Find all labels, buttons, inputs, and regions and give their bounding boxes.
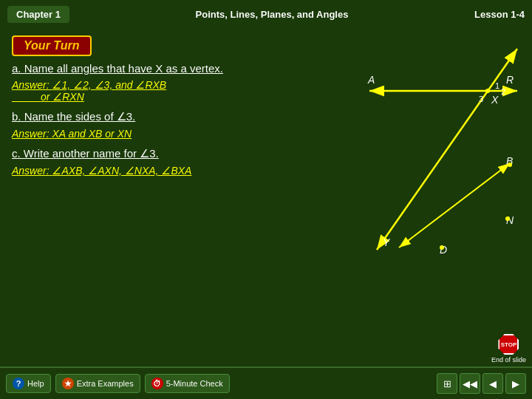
answer-b: Answer: XA and XB or XN <box>12 128 343 140</box>
label-A: A <box>367 74 375 86</box>
chapter-label: Chapter 1 <box>7 6 69 23</box>
your-turn-badge: Your Turn <box>12 35 92 56</box>
label-1: 1 <box>495 81 499 90</box>
label-3: 3 <box>479 95 483 103</box>
question-c: c. Write another name for ∠3. <box>12 147 343 160</box>
extra-label: Extra Examples <box>77 379 134 388</box>
label-2: 2 <box>501 87 505 96</box>
header-bar: Chapter 1 Points, Lines, Planes, and Ang… <box>0 0 532 28</box>
text-panel: Your Turn a. Name all angles that have X… <box>0 28 355 366</box>
nav-prev-button[interactable]: ◀ <box>482 373 503 394</box>
nav-next-button[interactable]: ▶ <box>505 373 526 394</box>
help-button[interactable]: ? Help <box>6 374 51 393</box>
five-minute-check-button[interactable]: ⏱ 5-Minute Check <box>145 374 230 393</box>
diagram-panel: A R X 1 2 3 Y B N <box>355 28 532 366</box>
label-X: X <box>491 94 499 106</box>
lesson-label: Lesson 1-4 <box>474 9 525 20</box>
svg-line-3 <box>377 49 517 250</box>
point-N <box>505 216 510 221</box>
answer-a: Answer: ∠1, ∠2, ∠3, and ∠RXB or ∠RXN <box>12 79 343 103</box>
nav-prev-prev-button[interactable]: ◀◀ <box>460 373 480 394</box>
slide-container: Chapter 1 Points, Lines, Planes, and Ang… <box>0 0 532 399</box>
slide-title: Points, Lines, Planes, and Angles <box>69 9 474 20</box>
bottom-toolbar: ? Help ★ Extra Examples ⏱ 5-Minute Check… <box>0 366 532 399</box>
help-icon: ? <box>13 378 24 389</box>
fivemin-label: 5-Minute Check <box>166 379 223 388</box>
extra-examples-button[interactable]: ★ Extra Examples <box>55 374 140 393</box>
help-label: Help <box>27 379 44 388</box>
point-D <box>440 245 444 250</box>
end-of-slide-label: End of slide <box>491 356 526 364</box>
stop-sign-icon: STOP <box>498 334 519 355</box>
end-of-slide-section: STOP End of slide <box>491 334 526 364</box>
extra-icon: ★ <box>62 378 74 389</box>
nav-home-button[interactable]: ⊞ <box>437 373 457 394</box>
label-R: R <box>506 74 514 86</box>
geometry-diagram: A R X 1 2 3 Y B N <box>362 35 525 316</box>
label-Y: Y <box>383 236 391 248</box>
fivemin-icon: ⏱ <box>151 378 163 389</box>
svg-line-4 <box>399 163 510 248</box>
point-x <box>485 89 490 93</box>
question-a: a. Name all angles that have X as a vert… <box>12 62 343 75</box>
answer-c: Answer: ∠AXB, ∠AXN, ∠NXA, ∠BXA <box>12 165 343 177</box>
main-content: Your Turn a. Name all angles that have X… <box>0 28 532 366</box>
question-b: b. Name the sides of ∠3. <box>12 110 343 123</box>
navigation-buttons: ⊞ ◀◀ ◀ ▶ <box>437 373 526 394</box>
